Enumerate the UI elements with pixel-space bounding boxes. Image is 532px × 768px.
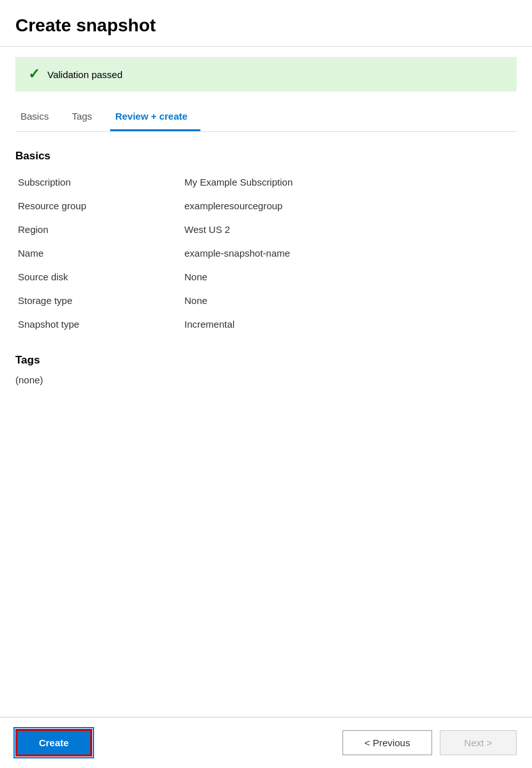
tab-basics[interactable]: Basics <box>15 104 61 131</box>
footer-bar: Create < Previous Next > <box>0 717 532 768</box>
validation-text: Validation passed <box>47 69 122 80</box>
previous-button[interactable]: < Previous <box>343 730 432 755</box>
tab-tags[interactable]: Tags <box>67 104 105 131</box>
table-row: Subscription My Example Subscription <box>15 170 517 194</box>
row-label: Storage type <box>15 289 182 312</box>
row-value: None <box>182 289 517 312</box>
page-container: Create snapshot ✓ Validation passed Basi… <box>0 0 532 768</box>
tab-review-create[interactable]: Review + create <box>110 104 200 131</box>
row-value: None <box>182 265 517 289</box>
next-button: Next > <box>440 730 517 755</box>
basics-details-table: Subscription My Example Subscription Res… <box>15 170 517 336</box>
row-label: Region <box>15 218 182 241</box>
row-value: example-snapshot-name <box>182 241 517 265</box>
basics-section-title: Basics <box>15 150 517 163</box>
create-button[interactable]: Create <box>15 729 92 756</box>
validation-banner: ✓ Validation passed <box>15 57 517 92</box>
row-label: Subscription <box>15 170 182 194</box>
table-row: Source disk None <box>15 265 517 289</box>
row-value: Incremental <box>182 312 517 336</box>
main-content: ✓ Validation passed Basics Tags Review +… <box>0 47 532 717</box>
row-label: Source disk <box>15 265 182 289</box>
table-row: Storage type None <box>15 289 517 312</box>
row-value: West US 2 <box>182 218 517 241</box>
row-label: Name <box>15 241 182 265</box>
page-title: Create snapshot <box>15 15 517 36</box>
tags-section-title: Tags <box>15 354 517 367</box>
tabs-container: Basics Tags Review + create <box>15 104 517 132</box>
table-row: Resource group exampleresourcegroup <box>15 194 517 218</box>
table-row: Region West US 2 <box>15 218 517 241</box>
table-row: Name example-snapshot-name <box>15 241 517 265</box>
page-title-section: Create snapshot <box>0 0 532 47</box>
row-label: Resource group <box>15 194 182 218</box>
tags-none-value: (none) <box>15 374 517 385</box>
row-value: exampleresourcegroup <box>182 194 517 218</box>
row-value: My Example Subscription <box>182 170 517 194</box>
table-row: Snapshot type Incremental <box>15 312 517 336</box>
row-label: Snapshot type <box>15 312 182 336</box>
checkmark-icon: ✓ <box>28 66 40 83</box>
